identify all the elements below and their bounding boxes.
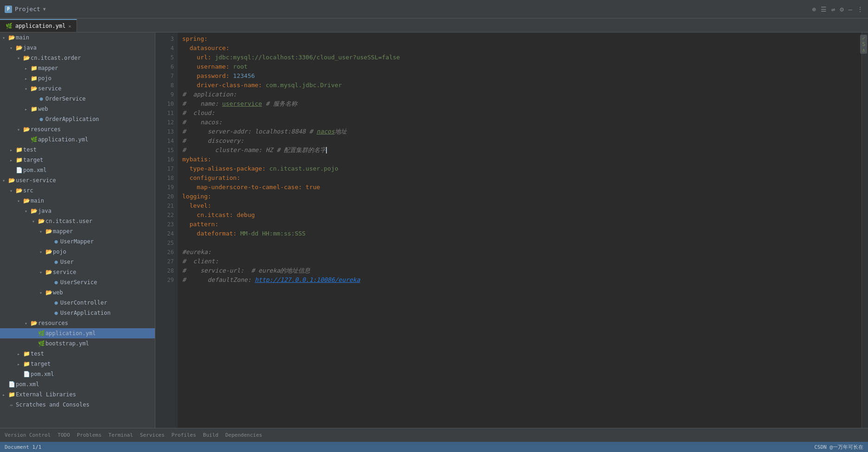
sidebar-item-cn-itcast-order[interactable]: ▾ 📂 cn.itcast.order	[0, 53, 155, 63]
sidebar-item-scratches[interactable]: ✏ Scratches and Consoles	[0, 400, 155, 410]
sidebar-item-main-folder[interactable]: ▾ 📂 main	[0, 32, 155, 43]
tree-file-icon: 📂	[45, 228, 53, 235]
code-line-12: # nacos:	[182, 118, 857, 127]
sidebar-item-service-folder-user[interactable]: ▾ 📂 service	[0, 267, 155, 277]
sidebar-item-pom-xml[interactable]: 📄 pom.xml	[0, 165, 155, 175]
sidebar-item-UserApplication[interactable]: ● UserApplication	[0, 308, 155, 318]
tree-file-icon: ●	[52, 259, 60, 265]
sidebar-item-OrderService[interactable]: ● OrderService	[0, 94, 155, 104]
tree-file-icon: 🌿	[30, 136, 38, 143]
sidebar-item-bootstrap-yml[interactable]: 🌿 bootstrap.yml	[0, 338, 155, 349]
tree-item-label: target	[31, 361, 51, 367]
sidebar-item-pojo-folder[interactable]: ▸ 📁 pojo	[0, 73, 155, 83]
tree-item-label: resources	[38, 320, 68, 326]
tree-item-label: OrderApplication	[45, 116, 99, 122]
tree-file-icon: 📂	[7, 177, 16, 184]
list-icon[interactable]: ☰	[821, 6, 827, 13]
sidebar-item-User[interactable]: ● User	[0, 257, 155, 267]
line-number-11: 11	[155, 108, 174, 118]
sidebar-item-OrderApplication[interactable]: ● OrderApplication	[0, 114, 155, 124]
code-line-29: # defaultZone: http://127.0.0.1:10086/eu…	[182, 275, 857, 285]
tree-file-icon: 📂	[22, 197, 31, 204]
sidebar-item-src-folder[interactable]: ▾ 📂 src	[0, 185, 155, 196]
tree-arrow: ▾	[15, 198, 22, 204]
settings-icon[interactable]: ⚙	[840, 6, 843, 13]
sidebar-item-pojo-folder2[interactable]: ▾ 📂 pojo	[0, 247, 155, 257]
sidebar-item-service-folder-order[interactable]: ▾ 📂 service	[0, 83, 155, 94]
scrollbar-gutter: ✓ 5 ∧	[862, 32, 868, 428]
tab-application-yml[interactable]: 🌿 application.yml ✕	[0, 19, 77, 32]
bottom-item-dependencies[interactable]: Dependencies	[225, 432, 262, 438]
code-line-22: cn.itcast: debug	[182, 210, 857, 220]
editor-area: 3456789101112131415161718192021222324252…	[155, 32, 868, 428]
bottom-item-label: Dependencies	[225, 432, 262, 438]
tree-arrow: ▾	[0, 35, 7, 40]
code-line-14: # discovery:	[182, 136, 857, 146]
bottom-item-problems[interactable]: Problems	[77, 432, 102, 438]
tree-file-icon: 🌿	[37, 330, 45, 337]
bottom-item-label: Profiles	[172, 432, 196, 438]
sidebar-item-UserController[interactable]: ● UserController	[0, 298, 155, 308]
sidebar-item-external-libs[interactable]: ▸ 📁 External Libraries	[0, 389, 155, 400]
tree-arrow: ▾	[30, 219, 37, 224]
line-number-5: 5	[155, 53, 174, 62]
sidebar-item-target-folder2[interactable]: ▸ 📁 target	[0, 359, 155, 369]
tree-arrow: ▾	[22, 321, 30, 326]
tree-file-icon: 📂	[30, 320, 38, 326]
tree-file-icon: 📂	[30, 85, 38, 92]
sidebar[interactable]: ▾ 📂 main ▾ 📂 java ▾ 📂 cn.itcast.order ▸ …	[0, 32, 155, 428]
sidebar-item-cn-itcast-user[interactable]: ▾ 📂 cn.itcast.user	[0, 216, 155, 226]
sidebar-item-application-yml-order[interactable]: 🌿 application.yml	[0, 134, 155, 145]
sidebar-item-java-folder2[interactable]: ▾ 📂 java	[0, 206, 155, 216]
bottom-item-terminal[interactable]: Terminal	[108, 432, 133, 438]
line-number-17: 17	[155, 164, 174, 173]
code-area[interactable]: spring: datasource: url: jdbc:mysql://lo…	[178, 32, 862, 428]
bottom-item-version-control[interactable]: Version Control	[5, 432, 51, 438]
tree-file-icon: 📁	[30, 106, 38, 112]
bottom-item-todo[interactable]: TODO	[57, 432, 70, 438]
tree-item-label: test	[23, 146, 37, 153]
tree-item-label: main	[16, 34, 29, 41]
sidebar-item-pom-xml2[interactable]: 📄 pom.xml	[0, 369, 155, 379]
tree-arrow: ▾	[0, 178, 7, 183]
sidebar-item-resources-folder[interactable]: ▾ 📂 resources	[0, 124, 155, 134]
sidebar-item-mapper-folder[interactable]: ▸ 📁 mapper	[0, 63, 155, 73]
sidebar-item-resources-folder2[interactable]: ▾ 📂 resources	[0, 318, 155, 328]
code-line-26: #eureka:	[182, 248, 857, 257]
sidebar-item-web-folder[interactable]: ▸ 📁 web	[0, 104, 155, 114]
sidebar-item-main-folder2[interactable]: ▾ 📂 main	[0, 196, 155, 206]
tree-file-icon: 🌿	[37, 340, 45, 347]
sidebar-item-pom-xml3[interactable]: 📄 pom.xml	[0, 379, 155, 389]
tree-item-label: pojo	[53, 248, 66, 255]
sidebar-item-user-service[interactable]: ▾ 📂 user-service	[0, 175, 155, 185]
bottom-item-profiles[interactable]: Profiles	[172, 432, 196, 438]
sidebar-item-java-folder[interactable]: ▾ 📂 java	[0, 43, 155, 53]
sidebar-item-mapper-folder2[interactable]: ▾ 📂 mapper	[0, 226, 155, 236]
tree-item-label: src	[23, 187, 33, 194]
line-number-14: 14	[155, 136, 174, 146]
add-icon[interactable]: ⊕	[812, 6, 816, 13]
tree-file-icon: 📂	[45, 269, 53, 275]
tree-item-label: Scratches and Consoles	[16, 401, 89, 408]
line-number-6: 6	[155, 62, 174, 71]
tree-arrow: ▾	[15, 127, 22, 132]
code-line-21: level:	[182, 201, 857, 210]
tab-close-button[interactable]: ✕	[68, 24, 71, 29]
code-line-15: # cluster-name: HZ # 配置集群的名字	[182, 146, 857, 155]
sidebar-item-test-folder2[interactable]: ▸ 📁 test	[0, 349, 155, 359]
check-count: ✓ 5 ∧	[860, 35, 867, 54]
bottom-item-services[interactable]: Services	[140, 432, 165, 438]
split-icon[interactable]: ⇌	[831, 6, 835, 13]
sidebar-item-test-folder[interactable]: ▸ 📁 test	[0, 145, 155, 155]
sidebar-item-application-yml-user[interactable]: 🌿 application.yml	[0, 328, 155, 338]
tree-file-icon: 📂	[22, 126, 31, 133]
sidebar-item-UserMapper[interactable]: ● UserMapper	[0, 236, 155, 247]
sidebar-item-UserService[interactable]: ● UserService	[0, 277, 155, 287]
sidebar-item-target-folder[interactable]: ▸ 📁 target	[0, 155, 155, 165]
more-icon[interactable]: ⋮	[857, 6, 863, 13]
sidebar-item-web-folder2[interactable]: ▾ 📂 web	[0, 287, 155, 298]
code-line-10: # name: userservice # 服务名称	[182, 99, 857, 108]
bottom-item-build[interactable]: Build	[203, 432, 218, 438]
minimize-icon[interactable]: —	[849, 6, 852, 13]
tree-file-icon: 📂	[15, 45, 23, 51]
